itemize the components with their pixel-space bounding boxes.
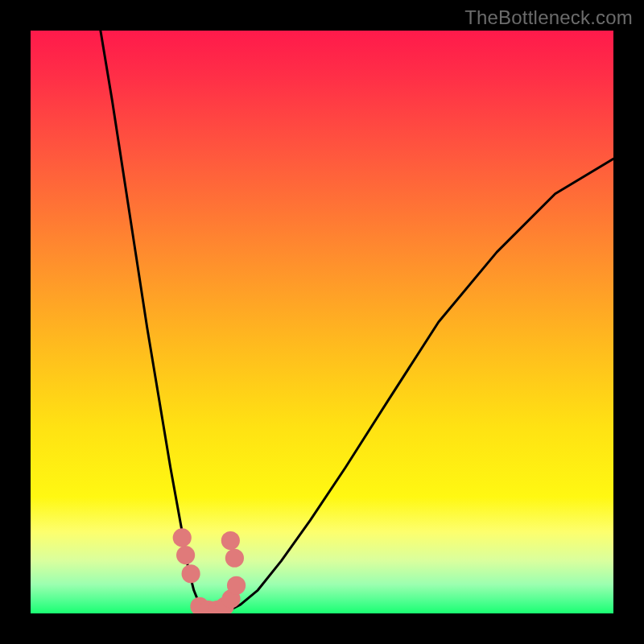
watermark-text: TheBottleneck.com: [464, 6, 633, 29]
curve-path: [101, 31, 205, 610]
data-point: [227, 576, 246, 595]
data-point: [221, 531, 240, 550]
data-point: [176, 546, 195, 564]
curve-path: [229, 159, 613, 610]
plot-area: [31, 31, 613, 613]
data-point: [182, 564, 200, 583]
chart-svg: [31, 31, 613, 613]
data-point: [225, 549, 244, 568]
outer-black-frame: TheBottleneck.com: [0, 0, 644, 644]
data-point: [173, 528, 192, 547]
